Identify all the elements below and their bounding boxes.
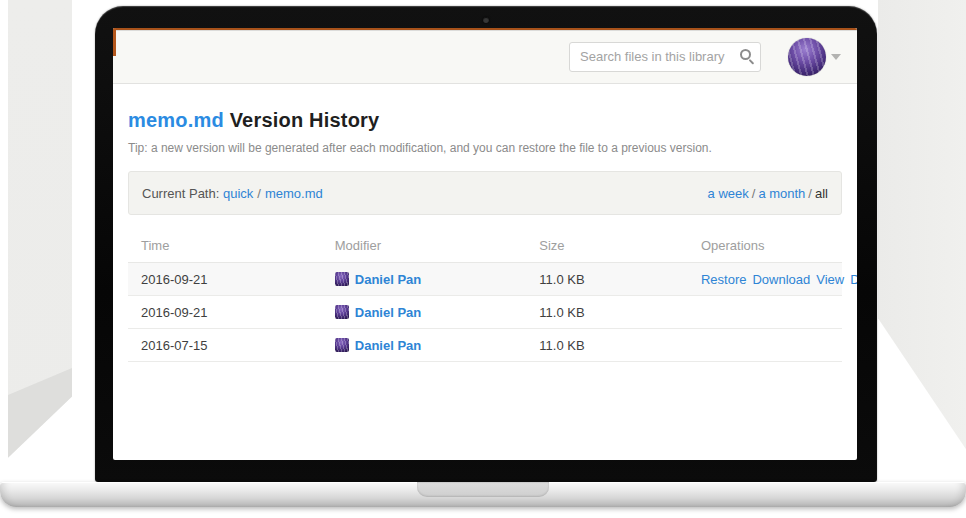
file-name-link[interactable]: memo.md: [128, 109, 224, 131]
version-size: 11.0 KB: [526, 263, 688, 296]
backdrop-right: [878, 0, 966, 468]
laptop-lid: memo.md Version History Tip: a new versi…: [95, 6, 877, 482]
breadcrumb-separator: /: [257, 186, 261, 201]
laptop-base: [0, 482, 966, 507]
table-row[interactable]: 2016-07-15 Daniel Pan 11.0 KB: [128, 329, 842, 362]
column-header-time: Time: [128, 229, 322, 263]
breadcrumb-label: Current Path:: [142, 186, 219, 201]
modifier-link[interactable]: Daniel Pan: [355, 305, 421, 320]
version-size: 11.0 KB: [526, 329, 688, 362]
history-range-filters: a week/a month/all: [708, 186, 828, 201]
column-header-modifier: Modifier: [322, 229, 527, 263]
view-link[interactable]: View: [816, 272, 844, 287]
modifier-avatar: [335, 305, 349, 319]
modifier-avatar: [335, 338, 349, 352]
diff-link[interactable]: Diff: [850, 272, 857, 287]
backdrop-left: [8, 0, 72, 472]
accent-edge: [113, 28, 116, 56]
avatar[interactable]: [788, 38, 826, 76]
main-content: memo.md Version History Tip: a new versi…: [113, 109, 857, 362]
search-box[interactable]: [569, 42, 761, 72]
modifier-avatar: [335, 272, 349, 286]
operations-cell: [688, 329, 842, 362]
modifier-link[interactable]: Daniel Pan: [355, 338, 421, 353]
filter-a-month[interactable]: a month: [758, 186, 805, 201]
laptop-base-notch: [417, 482, 549, 497]
current-path-bar: Current Path: quick/memo.md a week/a mon…: [128, 171, 842, 215]
topbar: [113, 28, 857, 84]
search-input[interactable]: [570, 43, 760, 71]
modifier-link[interactable]: Daniel Pan: [355, 272, 421, 287]
table-row[interactable]: 2016-09-21 Daniel Pan 11.0 KB RestoreDow…: [128, 263, 842, 296]
breadcrumb: Current Path: quick/memo.md: [142, 186, 323, 201]
page-title-text: Version History: [230, 109, 380, 131]
version-time: 2016-07-15: [128, 329, 322, 362]
operations-cell: RestoreDownloadViewDiff: [688, 263, 842, 296]
chevron-down-icon[interactable]: [831, 54, 841, 60]
column-header-operations: Operations: [688, 229, 842, 263]
version-size: 11.0 KB: [526, 296, 688, 329]
table-header-row: Time Modifier Size Operations: [128, 229, 842, 263]
tip-text: Tip: a new version will be generated aft…: [128, 141, 842, 155]
filter-separator: /: [752, 186, 756, 201]
version-time: 2016-09-21: [128, 263, 322, 296]
filter-a-week[interactable]: a week: [708, 186, 749, 201]
search-icon[interactable]: [740, 49, 751, 60]
table-row[interactable]: 2016-09-21 Daniel Pan 11.0 KB: [128, 296, 842, 329]
webcam-dot: [483, 17, 489, 23]
version-history-table: Time Modifier Size Operations 2016-09-21…: [128, 229, 842, 362]
breadcrumb-file-link[interactable]: memo.md: [265, 186, 323, 201]
laptop-screen: memo.md Version History Tip: a new versi…: [113, 28, 857, 460]
operations-cell: [688, 296, 842, 329]
column-header-size: Size: [526, 229, 688, 263]
filter-all-current[interactable]: all: [815, 186, 828, 201]
version-time: 2016-09-21: [128, 296, 322, 329]
download-link[interactable]: Download: [752, 272, 810, 287]
restore-link[interactable]: Restore: [701, 272, 747, 287]
breadcrumb-folder-link[interactable]: quick: [223, 186, 253, 201]
page-title: memo.md Version History: [128, 109, 842, 132]
filter-separator: /: [808, 186, 812, 201]
